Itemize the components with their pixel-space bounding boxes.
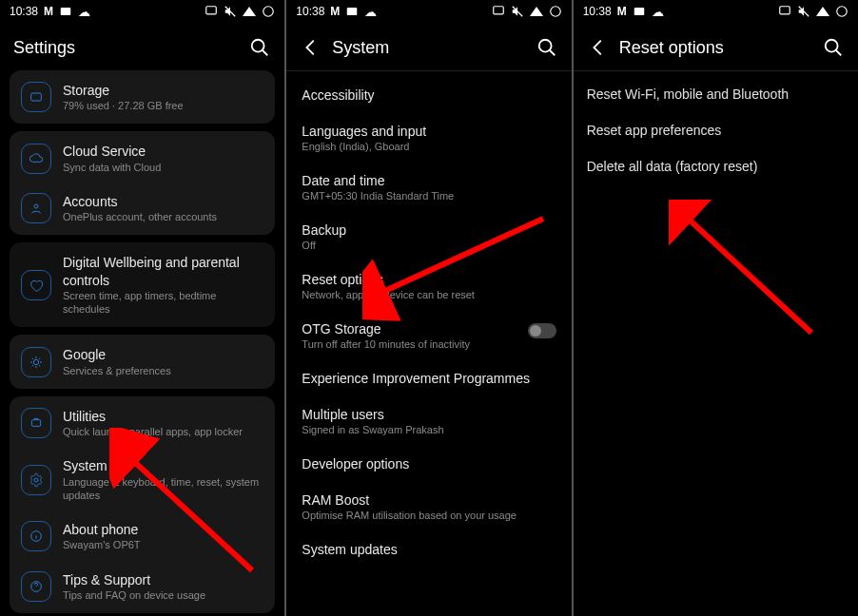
row-system[interactable]: System Language & keyboard, time, reset,…	[13, 448, 271, 511]
titlebar: System	[286, 23, 571, 70]
row-tips[interactable]: Tips & Support Tips and FAQ on device us…	[13, 562, 271, 611]
clock: 10:38	[583, 5, 612, 18]
tips-sub: Tips and FAQ on device usage	[63, 588, 263, 602]
ramboost-sub: Optimise RAM utilisation based on your u…	[302, 510, 556, 521]
svg-point-3	[263, 7, 274, 17]
svg-point-26	[826, 40, 838, 52]
image-icon	[633, 5, 646, 18]
item-ramboost[interactable]: RAM Boost Optimise RAM utilisation based…	[298, 482, 559, 531]
svg-rect-0	[61, 8, 71, 15]
cloud-icon: ☁	[364, 5, 377, 19]
cast-icon	[778, 5, 791, 18]
cast-icon	[492, 5, 505, 18]
users-sub: Signed in as Swayam Prakash	[302, 424, 556, 435]
status-bar: 10:38 M ☁	[574, 0, 858, 23]
page-title: Settings	[13, 38, 248, 58]
wellbeing-icon	[21, 270, 51, 300]
svg-rect-22	[634, 8, 644, 15]
row-cloud[interactable]: Cloud Service Sync data with Cloud	[13, 133, 271, 183]
search-icon[interactable]	[248, 36, 271, 59]
card-google: Google Services & preferences	[10, 335, 275, 388]
svg-rect-23	[780, 7, 790, 14]
otg-sub: Turn off after 10 minutes of inactivity	[302, 338, 527, 350]
row-accounts[interactable]: Accounts OnePlus account, other accounts	[13, 183, 271, 233]
svg-rect-16	[347, 8, 358, 15]
settings-screen: 10:38 M ☁ Settings Storage 79% used · 27…	[0, 0, 284, 616]
item-reset-options[interactable]: Reset options Network, apps or device ca…	[298, 261, 559, 311]
titlebar: Reset options	[574, 23, 858, 70]
devopts-label: Developer options	[302, 456, 556, 472]
m-icon: M	[330, 5, 340, 18]
clock: 10:38	[10, 5, 38, 18]
image-icon	[345, 5, 359, 18]
row-storage[interactable]: Storage 79% used · 27.28 GB free	[13, 72, 271, 122]
datetime-label: Date and time	[302, 173, 556, 188]
system-sub: Language & keyboard, time, reset, system…	[63, 475, 263, 503]
row-wellbeing[interactable]: Digital Wellbeing and parental controls …	[13, 244, 271, 325]
otg-label: OTG Storage	[302, 321, 527, 337]
system-label: System	[63, 457, 263, 474]
svg-rect-1	[206, 7, 217, 14]
storage-sub: 79% used · 27.28 GB free	[63, 99, 263, 112]
item-backup[interactable]: Backup Off	[298, 212, 559, 261]
backup-label: Backup	[302, 222, 556, 238]
page-title: Reset options	[619, 38, 822, 58]
item-eip[interactable]: Experience Improvement Programmes	[298, 360, 559, 396]
ramboost-label: RAM Boost	[302, 492, 556, 508]
image-icon	[59, 5, 72, 18]
accessibility-label: Accessibility	[302, 87, 556, 103]
svg-rect-17	[493, 7, 503, 14]
svg-point-20	[538, 40, 551, 52]
item-sysupdates[interactable]: System updates	[298, 531, 559, 568]
sysupdates-label: System updates	[302, 542, 556, 557]
mute-icon	[224, 5, 237, 18]
otg-toggle[interactable]	[528, 323, 556, 338]
titlebar: Settings	[0, 23, 284, 70]
row-utilities[interactable]: Utilities Quick launch, parallel apps, a…	[13, 398, 271, 448]
item-reset-wifi[interactable]: Reset Wi-Fi, mobile and Bluetooth	[587, 87, 845, 102]
search-icon[interactable]	[822, 36, 845, 59]
item-datetime[interactable]: Date and time GMT+05:30 India Standard T…	[298, 163, 559, 212]
svg-point-8	[33, 359, 38, 364]
card-storage: Storage 79% used · 27.28 GB free	[10, 70, 275, 124]
mute-icon	[797, 5, 810, 18]
utilities-sub: Quick launch, parallel apps, app locker	[63, 425, 263, 438]
system-screen: 10:38 M ☁ System Accessibility Languages…	[286, 0, 571, 616]
svg-point-4	[252, 40, 264, 52]
search-icon[interactable]	[536, 36, 558, 59]
item-users[interactable]: Multiple users Signed in as Swayam Praka…	[298, 396, 559, 446]
cloud-icon: ☁	[78, 5, 90, 19]
cloud-sub: Sync data with Cloud	[63, 161, 263, 174]
cloud-service-icon	[21, 144, 51, 174]
wellbeing-label: Digital Wellbeing and parental controls	[63, 254, 263, 288]
item-devopts[interactable]: Developer options	[298, 446, 559, 482]
item-factory-reset[interactable]: Delete all data (factory reset)	[587, 159, 845, 174]
battery-circle-icon	[835, 5, 848, 18]
utilities-icon	[21, 408, 51, 438]
back-button[interactable]	[300, 36, 322, 59]
signal-icon	[243, 7, 256, 16]
row-about[interactable]: About phone Swayam's OP6T	[13, 511, 271, 561]
status-bar: 10:38 M ☁	[286, 0, 571, 23]
datetime-sub: GMT+05:30 India Standard Time	[302, 190, 556, 202]
card-wellbeing: Digital Wellbeing and parental controls …	[10, 242, 275, 327]
reset-sub: Network, apps or device can be reset	[302, 289, 556, 300]
item-languages[interactable]: Languages and input English (India), Gbo…	[298, 113, 559, 163]
storage-icon	[21, 82, 51, 112]
google-icon	[21, 347, 51, 377]
accounts-icon	[21, 193, 51, 223]
clock: 10:38	[296, 5, 324, 18]
svg-point-10	[34, 478, 38, 482]
signal-icon	[816, 7, 829, 16]
annotation-arrow-3	[669, 200, 830, 352]
about-label: About phone	[63, 521, 263, 538]
about-sub: Swayam's OP6T	[63, 538, 263, 551]
item-otg[interactable]: OTG Storage Turn off after 10 minutes of…	[298, 311, 559, 360]
google-sub: Services & preferences	[63, 364, 263, 377]
m-icon: M	[44, 5, 53, 18]
item-accessibility[interactable]: Accessibility	[298, 77, 559, 113]
languages-sub: English (India), Gboard	[302, 141, 556, 152]
back-button[interactable]	[587, 36, 610, 59]
row-google[interactable]: Google Services & preferences	[13, 337, 271, 386]
item-reset-apps[interactable]: Reset app preferences	[587, 123, 845, 138]
